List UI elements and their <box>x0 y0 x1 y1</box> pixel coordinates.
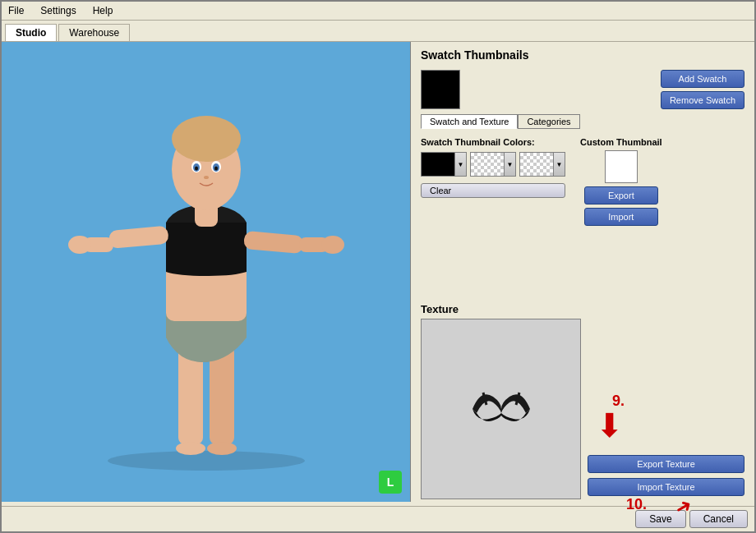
dropdown-arrow-checker2[interactable]: ▼ <box>553 153 565 176</box>
tab-studio[interactable]: Studio <box>5 24 57 41</box>
texture-canvas <box>421 319 581 499</box>
swatch-black <box>422 153 454 176</box>
swatch-colors-label: Swatch Thumbnail Colors: <box>421 137 565 147</box>
viewport-canvas <box>2 42 410 502</box>
svg-point-12 <box>214 167 218 171</box>
swatch-thumbnails-title: Swatch Thumbnails <box>421 48 744 62</box>
annotation-10: 10. <box>626 496 647 513</box>
tab-warehouse[interactable]: Warehouse <box>58 24 130 41</box>
custom-thumbnail-label: Custom Thumbnail <box>580 137 662 147</box>
swatch-row: Add Swatch Remove Swatch <box>421 70 744 109</box>
viewport-3d: L <box>2 42 411 502</box>
import-texture-button[interactable]: Import Texture <box>588 478 744 496</box>
dropdown-arrow-checker1[interactable]: ▼ <box>504 153 515 176</box>
svg-rect-16 <box>243 231 304 254</box>
main-window: File Settings Help Studio Warehouse <box>0 0 756 533</box>
cancel-button[interactable]: Cancel <box>689 510 748 528</box>
color-picker-checker1[interactable]: ▼ <box>470 152 516 177</box>
clear-button[interactable]: Clear <box>421 183 565 198</box>
menubar: File Settings Help <box>2 2 754 21</box>
svg-point-6 <box>172 116 241 162</box>
tabs-bar: Studio Warehouse <box>2 21 754 42</box>
svg-point-18 <box>68 236 91 254</box>
svg-rect-14 <box>108 226 169 249</box>
menu-file[interactable]: File <box>5 3 27 18</box>
svg-point-20 <box>176 442 205 455</box>
color-section: Swatch Thumbnail Colors: ▼ ▼ <box>421 137 744 298</box>
custom-thumbnail-section: Custom Thumbnail Export Import <box>580 137 662 226</box>
swatch-preview <box>421 70 460 109</box>
down-arrow-icon: ⬇ <box>596 409 624 442</box>
add-swatch-button[interactable]: Add Swatch <box>661 70 744 88</box>
dropdown-arrow-black[interactable]: ▼ <box>454 153 466 176</box>
bottom-bar: 10. ➜ Save Cancel <box>2 506 754 531</box>
svg-point-0 <box>108 451 305 471</box>
svg-point-19 <box>321 236 344 254</box>
texture-section: Texture <box>421 303 744 499</box>
swatch-checker1 <box>471 153 504 176</box>
swatch-checker2 <box>520 153 553 176</box>
export-texture-button[interactable]: Export Texture <box>588 455 744 473</box>
inner-tab-categories[interactable]: Categories <box>518 114 579 129</box>
right-panel: Swatch Thumbnails Add Swatch Remove Swat… <box>411 42 754 506</box>
color-picker-black[interactable]: ▼ <box>421 152 467 177</box>
import-button[interactable]: Import <box>584 208 658 226</box>
custom-thumbnail-preview <box>605 150 638 183</box>
texture-title: Texture <box>421 303 744 315</box>
color-picker-checker2[interactable]: ▼ <box>519 152 565 177</box>
menu-help[interactable]: Help <box>90 3 117 18</box>
colors-and-clear: Swatch Thumbnail Colors: ▼ ▼ <box>421 137 565 198</box>
texture-row: 9. ⬇ Export Texture Import Texture <box>421 319 744 499</box>
svg-point-21 <box>207 442 237 455</box>
l-badge: L <box>379 471 402 494</box>
main-content: L Swatch Thumbnails Add Swatch Remove Sw… <box>2 42 754 506</box>
svg-point-13 <box>204 176 209 179</box>
menu-settings[interactable]: Settings <box>37 3 79 18</box>
inner-tab-swatch-texture[interactable]: Swatch and Texture <box>421 114 518 129</box>
texture-buttons: 9. ⬇ Export Texture Import Texture <box>588 319 744 499</box>
export-button[interactable]: Export <box>584 186 658 204</box>
svg-point-11 <box>195 167 198 171</box>
inner-tabs: Swatch and Texture Categories <box>421 114 744 129</box>
swatch-buttons: Add Swatch Remove Swatch <box>661 70 744 109</box>
color-pickers-row: ▼ ▼ ▼ <box>421 152 565 177</box>
remove-swatch-button[interactable]: Remove Swatch <box>661 91 744 109</box>
custom-thumbnail-buttons: Export Import <box>584 186 658 226</box>
